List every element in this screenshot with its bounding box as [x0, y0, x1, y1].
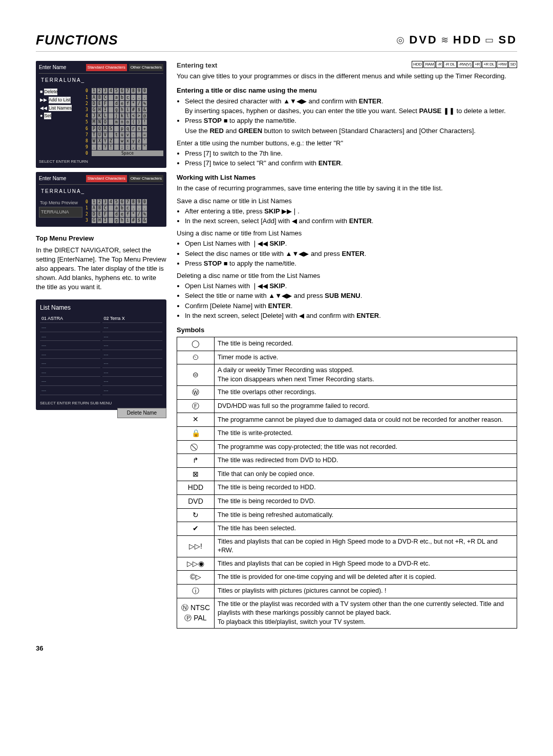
osd-char-grid[interactable]: 012345678901ABC abc...2DEF def*/%3GHI gh… — [86, 88, 163, 157]
intro-text: You can give titles to your programmes o… — [177, 72, 517, 81]
page-title: FUNCTIONS — [36, 31, 118, 49]
dvd-disc-icon: ◎ — [396, 34, 406, 47]
entering-text-heading: Entering text — [177, 61, 217, 70]
media-icons: ◎DVD ≋HDD ▭SD — [396, 32, 517, 48]
media-hdd: HDD — [453, 32, 482, 48]
sec3c-list: Open List Names with ❘◀◀ SKIP.Select the… — [177, 282, 517, 320]
sec3-heading: Working with List Names — [177, 173, 517, 182]
osd-char-grid[interactable]: 012345678901ABC abc...2DEF def*/%3GHI gh… — [86, 199, 163, 224]
tab-other[interactable]: Other Characters — [129, 64, 163, 71]
osd-set[interactable]: ● Set — [39, 112, 82, 120]
osd-enter-name: Enter Name Standard CharactersOther Char… — [36, 61, 166, 167]
pv-caption: Top Menu Preview — [39, 199, 82, 207]
sec2-intro: Enter a title using the number buttons, … — [177, 139, 517, 148]
list-names-rows[interactable]: 01 ASTRA02 Terra X----------------------… — [40, 315, 162, 395]
osd-menu: ■ Delete ▶▶ Add to List ◀◀ List Names ● … — [39, 88, 82, 157]
page-number: 36 — [36, 644, 517, 653]
symbols-table: ◯The title is being recorded.⏲Timer mode… — [177, 337, 517, 629]
osd-current-text: TERRALUNA_ — [39, 187, 163, 196]
hdd-stack-icon: ≋ — [441, 34, 450, 47]
sec1-list: Select the desired character with ▲▼◀▶ a… — [177, 97, 517, 136]
sec3a-heading: Save a disc name or title in List Names — [177, 197, 517, 206]
symbols-heading: Symbols — [177, 326, 517, 335]
osd-footer: SELECT ENTER RETURN — [39, 159, 163, 164]
sd-card-icon: ▭ — [485, 34, 495, 47]
sec1-heading: Entering a title or disc name using the … — [177, 86, 517, 95]
sec3c-heading: Deleting a disc name or title from the L… — [177, 271, 517, 280]
osd-title: Enter Name — [39, 64, 66, 71]
page-header: FUNCTIONS ◎DVD ≋HDD ▭SD — [36, 31, 517, 52]
sec3b-list: Open List Names with ❘◀◀ SKIP.Select the… — [177, 239, 517, 268]
pv-box: TERRALUNA — [39, 207, 82, 218]
sec3a-list: After entering a title, press SKIP ▶▶❘.I… — [177, 207, 517, 226]
delete-name-button[interactable]: Delete Name — [117, 408, 166, 418]
list-names-footer: SELECT ENTER RETURN SUB MENU — [40, 400, 162, 406]
list-names-title: List Names — [40, 304, 162, 312]
sec2-list: Press [7] to switch to the 7th line.Pres… — [177, 149, 517, 168]
tab-other[interactable]: Other Characters — [129, 175, 163, 182]
sec3-intro: In the case of recurring programmes, sav… — [177, 184, 517, 193]
osd-current-text: TERRALUNA_ — [39, 76, 163, 85]
osd-add[interactable]: ▶▶ Add to List — [39, 96, 82, 104]
media-dvd: DVD — [409, 32, 437, 48]
osd-title: Enter Name — [39, 175, 66, 182]
media-sd: SD — [498, 32, 517, 48]
sec3b-heading: Using a disc name or title from List Nam… — [177, 229, 517, 238]
list-names-panel: List Names 01 ASTRA02 Terra X-----------… — [36, 299, 166, 410]
tab-standard[interactable]: Standard Characters — [86, 64, 127, 71]
top-menu-preview-heading: Top Menu Preview — [36, 234, 166, 243]
top-menu-preview-text: In the DIRECT NAVIGATOR, select the sett… — [36, 246, 166, 292]
osd-delete[interactable]: ■ Delete — [39, 88, 82, 96]
format-badges: HDDRAM-R-R DL-RW(V)+R+R DL+RWSD — [412, 61, 517, 68]
tab-standard[interactable]: Standard Characters — [86, 175, 127, 182]
osd-enter-name-preview: Enter Name Standard CharactersOther Char… — [36, 172, 166, 227]
osd-listnames[interactable]: ◀◀ List Names — [39, 104, 82, 112]
